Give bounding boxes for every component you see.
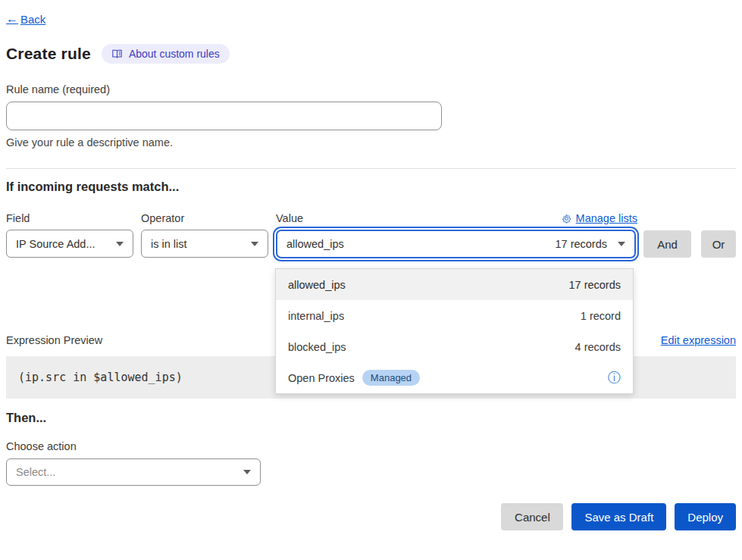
- rule-name-helper: Give your rule a descriptive name.: [6, 136, 736, 149]
- value-label: Value: [276, 212, 303, 224]
- value-dropdown-panel: allowed_ips 17 records internal_ips 1 re…: [275, 268, 634, 394]
- value-select[interactable]: allowed_ips 17 records: [276, 230, 636, 258]
- cancel-button[interactable]: Cancel: [501, 503, 563, 530]
- manage-lists-link[interactable]: Manage lists: [562, 212, 637, 224]
- create-rule-page: ←Back Create rule About custom rules Rul…: [0, 0, 742, 560]
- condition-row: IP Source Add... is in list allowed_ips …: [6, 230, 736, 258]
- chevron-down-icon: [251, 242, 258, 246]
- list-record-count: 17 records: [568, 279, 621, 291]
- and-button[interactable]: And: [643, 230, 691, 258]
- deploy-button[interactable]: Deploy: [675, 503, 736, 530]
- list-name: internal_ips: [288, 310, 344, 322]
- then-section-heading: Then...: [6, 411, 736, 425]
- list-name: allowed_ips: [288, 279, 346, 291]
- managed-badge: Managed: [362, 370, 420, 386]
- edit-expression-link[interactable]: Edit expression: [661, 334, 736, 346]
- list-record-count: 1 record: [581, 310, 621, 322]
- about-custom-rules-link[interactable]: About custom rules: [102, 44, 230, 64]
- info-icon[interactable]: ⓘ: [608, 371, 621, 384]
- save-as-draft-button[interactable]: Save as Draft: [571, 503, 666, 530]
- field-select-value: IP Source Add...: [16, 238, 95, 250]
- list-record-count: 4 records: [575, 341, 621, 353]
- operator-select-value: is in list: [151, 238, 187, 250]
- dropdown-item-allowed-ips[interactable]: allowed_ips 17 records: [276, 269, 633, 300]
- value-select-meta: 17 records: [555, 238, 607, 250]
- value-select-name: allowed_ips: [286, 238, 344, 250]
- expression-preview-label: Expression Preview: [6, 334, 102, 346]
- expression-code: (ip.src in $allowed_ips): [18, 371, 183, 384]
- back-label: Back: [20, 13, 45, 26]
- condition-labels-row: Field Operator Value Manage lists: [6, 212, 736, 224]
- operator-select[interactable]: is in list: [141, 230, 268, 258]
- field-label: Field: [6, 212, 141, 224]
- operator-label: Operator: [141, 212, 276, 224]
- dropdown-item-internal-ips[interactable]: internal_ips 1 record: [276, 300, 633, 331]
- page-title: Create rule: [6, 45, 91, 63]
- action-select[interactable]: Select...: [6, 458, 261, 486]
- chevron-down-icon: [116, 242, 124, 246]
- choose-action-label: Choose action: [6, 440, 736, 452]
- rule-name-label: Rule name (required): [6, 83, 736, 95]
- list-name: Open Proxies: [288, 372, 355, 384]
- about-badge-label: About custom rules: [129, 48, 220, 60]
- or-button[interactable]: Or: [701, 230, 736, 258]
- manage-lists-label: Manage lists: [576, 212, 637, 224]
- dropdown-item-open-proxies[interactable]: Open Proxies Managed ⓘ: [276, 362, 633, 393]
- footer-actions: Cancel Save as Draft Deploy: [6, 503, 736, 530]
- gear-icon: [562, 214, 571, 224]
- field-select[interactable]: IP Source Add...: [6, 230, 133, 258]
- back-arrow-icon: ←: [6, 12, 18, 26]
- chevron-down-icon: [243, 470, 251, 474]
- action-select-placeholder: Select...: [16, 466, 55, 478]
- rule-name-input[interactable]: [6, 102, 442, 130]
- dropdown-item-blocked-ips[interactable]: blocked_ips 4 records: [276, 331, 633, 362]
- back-link[interactable]: ←Back: [6, 12, 45, 26]
- book-icon: [111, 48, 123, 59]
- section-divider: [6, 168, 736, 169]
- chevron-down-icon: [618, 242, 625, 246]
- list-name: blocked_ips: [288, 341, 346, 353]
- title-row: Create rule About custom rules: [6, 44, 736, 64]
- match-section-heading: If incoming requests match...: [6, 180, 736, 194]
